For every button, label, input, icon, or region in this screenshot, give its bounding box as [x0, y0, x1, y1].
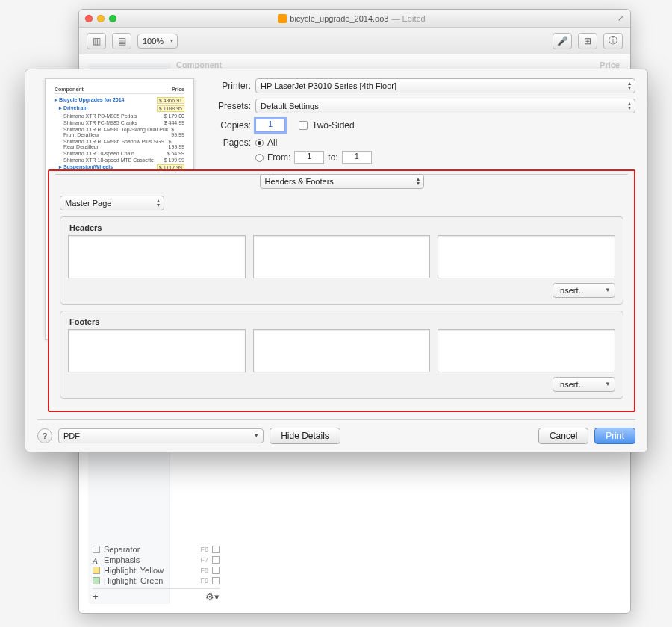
- pages-to-label: to:: [328, 152, 337, 163]
- pages-range-radio[interactable]: [255, 154, 264, 162]
- footer-right-input[interactable]: [438, 329, 615, 372]
- titlebar: bicycle_upgrade_2014.oo3 — Edited ⤢: [79, 10, 630, 28]
- pages-all-radio[interactable]: [255, 139, 264, 147]
- print-settings: Printer: HP LaserJet P3010 Series [4th F…: [212, 78, 635, 412]
- printer-select[interactable]: HP LaserJet P3010 Series [4th Floor]▴▾: [255, 78, 635, 93]
- copies-label: Copies:: [212, 120, 251, 131]
- document-icon: [278, 14, 287, 23]
- pages-from-label: From:: [267, 152, 290, 163]
- copies-input[interactable]: 1: [255, 119, 285, 132]
- zoom-icon[interactable]: [109, 15, 116, 22]
- two-sided-label: Two-Sided: [312, 120, 355, 131]
- footers-group: Footers Insert…▼: [60, 311, 623, 399]
- record-icon[interactable]: 🎤: [553, 33, 572, 49]
- pages-to-input[interactable]: 1: [342, 151, 372, 164]
- footers-title: Footers: [69, 317, 615, 326]
- inspector-icon[interactable]: ⓘ: [603, 33, 623, 49]
- style-row[interactable]: Separator F6: [93, 544, 220, 555]
- dialog-footer: ? PDF▼ Hide Details Cancel Print: [37, 419, 635, 444]
- style-row[interactable]: Highlight: Green F9: [93, 575, 220, 586]
- sidebar-toggle-icon[interactable]: ▥: [87, 33, 106, 49]
- attach-icon[interactable]: ⊞: [578, 33, 597, 49]
- filename: bicycle_upgrade_2014.oo3: [290, 14, 388, 23]
- print-button[interactable]: Print: [594, 428, 635, 444]
- style-row[interactable]: Highlight: Yellow F8: [93, 565, 220, 575]
- two-sided-checkbox[interactable]: [299, 121, 308, 130]
- edited-indicator: — Edited: [391, 14, 425, 23]
- footer-left-input[interactable]: [68, 329, 246, 372]
- headers-title: Headers: [69, 223, 615, 232]
- view-toggle-icon[interactable]: ▤: [112, 33, 131, 49]
- window-title: bicycle_upgrade_2014.oo3 — Edited: [121, 14, 582, 23]
- hide-details-button[interactable]: Hide Details: [270, 428, 340, 444]
- printer-label: Printer:: [212, 81, 251, 91]
- header-insert-menu[interactable]: Insert…▼: [553, 283, 615, 298]
- fullscreen-icon[interactable]: ⤢: [587, 13, 624, 23]
- footer-insert-menu[interactable]: Insert…▼: [553, 377, 615, 392]
- headers-footers-panel: Headers & Footers▴▾ Master Page▴▾ Header…: [48, 169, 635, 412]
- cancel-button[interactable]: Cancel: [538, 428, 588, 444]
- pages-label: Pages:: [212, 137, 251, 148]
- page-scope-select[interactable]: Master Page▴▾: [60, 196, 164, 210]
- presets-select[interactable]: Default Settings▴▾: [255, 99, 635, 113]
- zoom-select[interactable]: 100%: [137, 34, 178, 49]
- minimize-icon[interactable]: [97, 15, 105, 22]
- header-left-input[interactable]: [68, 235, 246, 278]
- add-style-button[interactable]: +: [93, 591, 99, 602]
- footer-center-input[interactable]: [253, 329, 431, 372]
- pages-from-input[interactable]: 1: [294, 151, 324, 164]
- window-controls: [85, 15, 116, 22]
- print-section-select[interactable]: Headers & Footers▴▾: [260, 174, 424, 189]
- headers-group: Headers Insert…▼: [60, 216, 623, 305]
- pdf-menu[interactable]: PDF▼: [58, 428, 264, 443]
- pages-all-label: All: [267, 137, 277, 148]
- header-right-input[interactable]: [438, 235, 615, 278]
- style-row[interactable]: AEmphasis F7: [93, 555, 220, 565]
- style-list: Separator F6 AEmphasis F7 Highlight: Yel…: [93, 544, 220, 602]
- close-icon[interactable]: [85, 15, 93, 22]
- style-menu-button[interactable]: ⚙▾: [205, 591, 220, 602]
- print-dialog: ComponentPrice ▸ Bicycle Upgrades for 20…: [25, 69, 648, 452]
- toolbar: ▥ ▤ 100% 🎤 ⊞ ⓘ: [79, 28, 630, 54]
- header-center-input[interactable]: [253, 235, 431, 278]
- help-button[interactable]: ?: [37, 428, 52, 443]
- presets-label: Presets:: [212, 101, 251, 111]
